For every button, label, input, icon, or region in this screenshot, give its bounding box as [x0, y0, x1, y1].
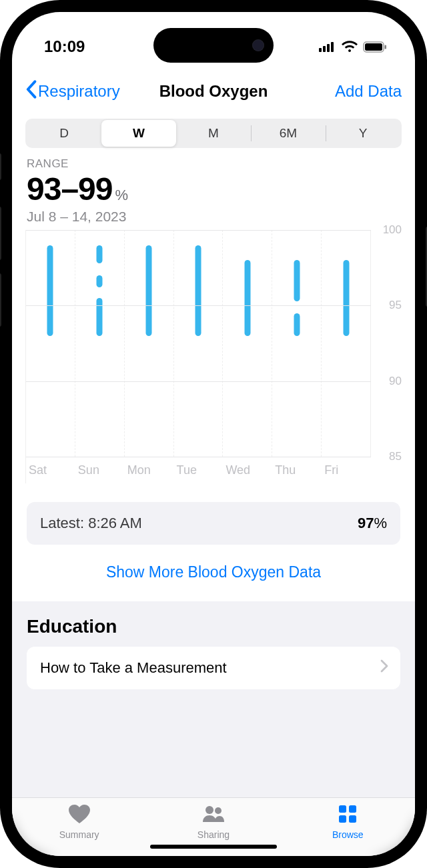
battery-icon [363, 41, 387, 53]
x-label-wed: Wed [223, 459, 272, 483]
x-label-tue: Tue [174, 459, 224, 483]
y-axis-label: 90 [389, 375, 402, 388]
heart-icon [67, 803, 91, 827]
wifi-icon [342, 41, 358, 53]
y-axis-label: 95 [389, 299, 402, 312]
svg-rect-6 [385, 45, 387, 49]
chart-day-column[interactable] [272, 230, 322, 457]
x-label-fri: Fri [322, 459, 371, 483]
tab-browse[interactable]: Browse [281, 803, 415, 840]
chevron-left-icon [25, 80, 37, 103]
blood-oxygen-chart[interactable]: Sat Sun Mon Tue Wed Thu Fri 859095100 [25, 230, 402, 483]
chart-day-column[interactable] [75, 230, 125, 457]
latest-label: Latest: 8:26 AM [40, 515, 142, 532]
chart-range-bar [294, 260, 300, 301]
segment-week[interactable]: W [101, 120, 176, 147]
segment-month[interactable]: M [176, 120, 251, 147]
chart-range-bar [47, 245, 53, 336]
grid-icon [336, 803, 360, 827]
y-axis-label: 85 [389, 450, 402, 463]
svg-rect-9 [339, 805, 346, 813]
phone-frame: 10:09 Respiratory Blood Ox [0, 0, 427, 868]
chart-range-bar [195, 245, 201, 336]
status-time: 10:09 [44, 37, 85, 56]
chart-range-bar [97, 275, 103, 287]
svg-point-8 [215, 807, 222, 814]
cellular-icon [319, 41, 336, 52]
chart-range-bar [294, 313, 300, 336]
y-axis-label: 100 [383, 223, 402, 237]
home-indicator[interactable] [150, 845, 277, 849]
range-date: Jul 8 – 14, 2023 [27, 209, 400, 225]
chart-day-column[interactable] [322, 230, 371, 457]
x-label-sun: Sun [75, 459, 125, 483]
education-row-measurement[interactable]: How to Take a Measurement [27, 647, 400, 689]
chart-day-column[interactable] [26, 230, 75, 457]
x-label-thu: Thu [272, 459, 322, 483]
x-label-sat: Sat [26, 459, 75, 483]
chart-range-bar [146, 245, 152, 336]
x-label-mon: Mon [125, 459, 174, 483]
latest-unit: % [374, 515, 387, 531]
svg-rect-12 [349, 815, 356, 823]
svg-rect-3 [331, 42, 334, 52]
range-summary: RANGE 93–99 % Jul 8 – 14, 2023 [12, 152, 415, 225]
chart-range-bar [97, 245, 103, 263]
tab-browse-label: Browse [332, 829, 364, 840]
svg-rect-11 [339, 815, 346, 823]
chart-range-bar [343, 260, 349, 335]
chart-day-column[interactable] [125, 230, 174, 457]
chart-day-column[interactable] [174, 230, 224, 457]
segment-year[interactable]: Y [326, 120, 400, 147]
education-section: Education How to Take a Measurement [12, 601, 415, 797]
chevron-right-icon [380, 659, 388, 677]
back-label: Respiratory [38, 82, 120, 101]
range-unit: % [115, 187, 127, 204]
education-row-label: How to Take a Measurement [40, 659, 227, 677]
svg-rect-2 [327, 44, 330, 52]
segment-six-month[interactable]: 6M [251, 120, 326, 147]
segment-day[interactable]: D [27, 120, 101, 147]
add-data-button[interactable]: Add Data [335, 82, 402, 101]
tab-summary-label: Summary [59, 829, 99, 840]
svg-rect-10 [349, 805, 356, 813]
chart-range-bar [244, 260, 250, 335]
people-icon [201, 803, 226, 827]
chart-day-column[interactable] [223, 230, 272, 457]
tab-summary[interactable]: Summary [12, 803, 146, 840]
svg-rect-5 [365, 43, 382, 51]
svg-point-7 [205, 806, 214, 814]
back-button[interactable]: Respiratory [25, 80, 120, 103]
range-value: 93–99 [27, 171, 112, 207]
latest-value: 97 [358, 515, 374, 531]
chart-range-bar [97, 298, 103, 336]
phone-screen: 10:09 Respiratory Blood Ox [12, 12, 415, 856]
tab-sharing[interactable]: Sharing [146, 803, 280, 840]
show-more-button[interactable]: Show More Blood Oxygen Data [12, 545, 415, 601]
time-range-segmented: D W M 6M Y [25, 119, 402, 148]
education-title: Education [27, 616, 400, 637]
nav-bar: Respiratory Blood Oxygen Add Data [12, 71, 415, 112]
range-label: RANGE [27, 157, 400, 171]
svg-rect-0 [319, 48, 322, 52]
dynamic-island [153, 28, 274, 63]
svg-rect-1 [323, 46, 326, 52]
tab-sharing-label: Sharing [197, 829, 230, 840]
latest-reading-card[interactable]: Latest: 8:26 AM 97% [27, 502, 400, 545]
